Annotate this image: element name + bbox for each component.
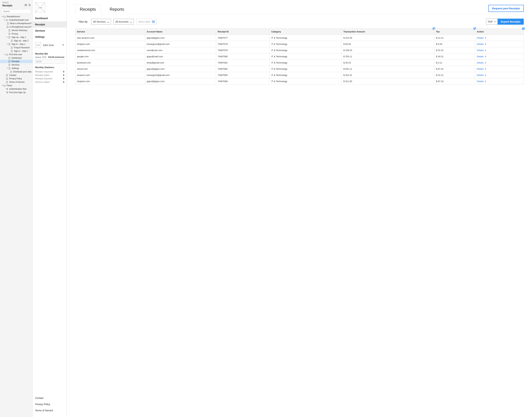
table-cell: gajus@gajus.com	[145, 78, 216, 84]
export-format-select[interactable]: PDF	[486, 19, 498, 25]
tree-row[interactable]: What is ReceiptHound?	[0, 22, 32, 25]
page-icon	[10, 71, 12, 73]
nav-item-settings[interactable]: Settings	[33, 34, 67, 40]
account-filter-value: All Accounts	[115, 20, 128, 23]
export-receipts-button[interactable]: Export Receipts	[498, 19, 524, 25]
caret-icon	[4, 78, 6, 80]
page-icon	[8, 67, 11, 70]
tree-label: Settings	[11, 67, 19, 70]
caret-icon	[9, 40, 10, 42]
table-cell: icloud.com	[75, 66, 145, 72]
tree-label: Dashboard	[11, 57, 22, 59]
tab-receipts[interactable]: Receipts	[75, 4, 100, 14]
tree-row[interactable]: Receipts	[0, 60, 32, 63]
page-icon	[8, 60, 11, 63]
share-icon[interactable]	[25, 4, 27, 7]
tree-row[interactable]: ReceiptHound	[0, 15, 32, 18]
details-link[interactable]: Details	[477, 55, 487, 58]
table-cell: dropbox.com	[75, 41, 145, 47]
user-menu[interactable]: Image John Doe	[33, 40, 67, 50]
table-cell: $ 541.12	[342, 66, 434, 72]
footer-link[interactable]: Privacy Policy	[35, 401, 64, 407]
table-cell: tomasgum@gmail.com	[145, 72, 216, 78]
tree-row[interactable]: Authentication flow	[0, 87, 32, 91]
request-past-receipts-button[interactable]: Request past Receipts	[488, 5, 524, 12]
caret-icon	[6, 36, 8, 38]
tree-row[interactable]: Privacy Policy	[0, 77, 32, 80]
stat-value: 0	[63, 71, 64, 73]
tree-label: What is ReceiptHound?	[10, 22, 31, 25]
tree-row[interactable]: Service Directory	[0, 29, 32, 32]
page-icon	[6, 26, 9, 28]
service-filter-select[interactable]: All Services	[91, 19, 111, 25]
tree-row[interactable]: Download your data	[0, 70, 32, 73]
tree-label: Sign up - step 1	[11, 36, 26, 39]
tree-label: First time Sign Up	[9, 91, 26, 94]
tree-label: Sign in - step 1	[11, 43, 25, 45]
caret-icon	[4, 74, 6, 76]
tree-row[interactable]: Sign up - step 1	[0, 36, 32, 39]
tree-row[interactable]: Settings	[0, 67, 32, 70]
tree-label: Sign up - step 2	[14, 40, 29, 42]
tree-row[interactable]: Dashboard	[0, 56, 32, 60]
tree-label: Pricing	[11, 33, 18, 35]
bill-input[interactable]	[35, 60, 64, 64]
column-header: Service	[75, 29, 145, 35]
date-filter-input[interactable]: Select date	[136, 19, 157, 25]
details-link[interactable]: Details	[477, 49, 487, 52]
tree-label: Terms of Service	[9, 81, 24, 83]
details-link[interactable]: Details	[477, 68, 487, 70]
tree-row[interactable]: Services	[0, 63, 32, 67]
tree-row[interactable]: Forgot Password	[0, 46, 32, 49]
details-link[interactable]: Details	[477, 37, 487, 39]
tree-row[interactable]: First time user	[0, 53, 32, 56]
footer-link[interactable]: Terms of Service	[35, 407, 64, 414]
pages-label: PAGES	[2, 2, 31, 4]
tab-reports[interactable]: Reports	[105, 4, 129, 14]
footer-link[interactable]: Contact	[35, 395, 64, 401]
page-icon	[8, 36, 11, 39]
table-row: aws.amazon.comgajus@gajus.com70487077IT …	[75, 35, 524, 41]
tree-row[interactable]: Is ReceiptHoud secure?	[0, 25, 32, 29]
table-cell: IT & Technology	[270, 41, 341, 47]
table-cell: Details	[475, 78, 523, 84]
nav-item-services[interactable]: Services	[33, 28, 67, 34]
tree-row[interactable]: Contact	[0, 73, 32, 77]
account-filter-select[interactable]: All Accounts	[113, 19, 134, 25]
tree-row[interactable]: Pricing	[0, 32, 32, 36]
table-cell: dropbox.com	[75, 78, 145, 84]
tree-row[interactable]: Terms of Service	[0, 80, 32, 84]
tree-row[interactable]: First time Sign Up	[0, 91, 32, 94]
table-cell: $ 26.33	[342, 60, 434, 66]
nav-item-receipts[interactable]: Receipts	[33, 21, 67, 28]
details-link[interactable]: Details	[477, 43, 487, 45]
tree-label: Is ReceiptHoud secure?	[10, 26, 31, 28]
nav-item-dashboard[interactable]: Dashboard	[33, 15, 67, 21]
tree-row[interactable]: Sign in - step 2	[0, 49, 32, 53]
refresh-icon[interactable]	[29, 4, 31, 7]
tree-row[interactable]: Sign in - step 1	[0, 42, 32, 46]
tree-row[interactable]: Sign up - step 2	[0, 39, 32, 42]
page-icon	[7, 22, 9, 25]
details-link[interactable]: Details	[477, 80, 487, 83]
caret-icon	[6, 67, 8, 69]
table-cell: 70487081	[216, 60, 270, 66]
table-cell: $ 50.54	[342, 41, 434, 47]
details-link[interactable]: Details	[477, 61, 487, 64]
tree-label: Contact	[9, 74, 16, 76]
tree-row[interactable]: Flows	[0, 84, 32, 87]
stat-value: 0	[63, 74, 64, 76]
page-icon	[8, 64, 11, 66]
search-input[interactable]	[2, 9, 31, 13]
tree-label: Forgot Password	[14, 46, 30, 49]
column-header: Tax	[434, 29, 475, 35]
tree-row[interactable]: Unauthenticated user	[0, 18, 32, 22]
caret-icon	[1, 16, 3, 17]
table-row: creativecloud.comuser@user.com70487079IT…	[75, 47, 524, 53]
page-icon	[6, 74, 8, 76]
filter-label: Filter By:	[79, 20, 88, 23]
note-icon[interactable]	[522, 28, 525, 30]
table-cell: Details	[475, 41, 523, 47]
tree-label: Privacy Policy	[9, 77, 22, 80]
details-link[interactable]: Details	[477, 74, 487, 76]
